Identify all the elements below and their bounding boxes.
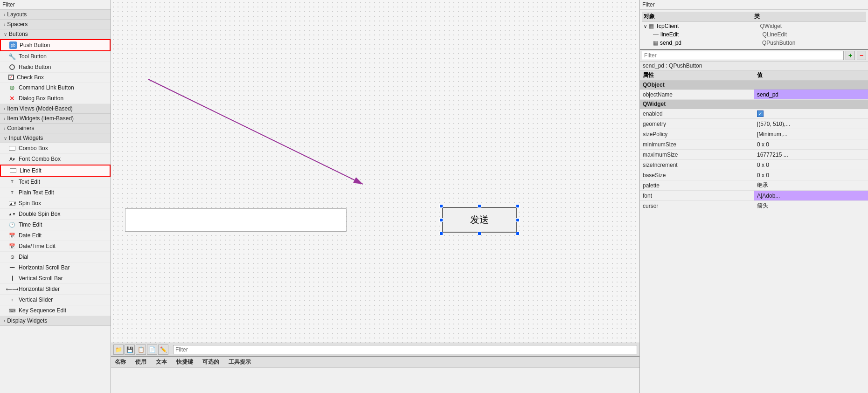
widget-dial[interactable]: ⊙ Dial xyxy=(0,252,111,262)
prop-filter-input[interactable] xyxy=(642,51,844,60)
widget-v-scrollbar[interactable]: ┃ Vertical Scroll Bar xyxy=(0,273,111,284)
h-slider-icon: ⟵⟶ xyxy=(8,285,16,293)
widget-date-edit[interactable]: 📅 Date Edit xyxy=(0,230,111,241)
push-button-label: Push Button xyxy=(20,42,50,48)
prop-val-maxsize[interactable]: 16777215 ... xyxy=(754,150,868,159)
toolbar-btn-4[interactable]: 📄 xyxy=(147,345,157,355)
object-tree: 对象 类 ∨ ▦ TcpClient QWidget — lineEdit QL… xyxy=(640,10,868,50)
prop-row-minsize[interactable]: minimumSize 0 x 0 xyxy=(640,139,868,150)
prop-row-palette[interactable]: palette 继承 xyxy=(640,180,868,191)
object-tree-col1: 对象 xyxy=(644,13,754,21)
toolbar-btn-5[interactable]: ✏️ xyxy=(158,345,168,355)
time-edit-icon: 🕐 xyxy=(8,221,16,228)
category-item-widgets[interactable]: › Item Widgets (Item-Based) xyxy=(0,114,111,124)
category-display-widgets[interactable]: › Display Widgets xyxy=(0,316,111,326)
h-slider-label: Horizontal Slider xyxy=(19,286,60,292)
widget-check-box[interactable]: Check Box xyxy=(0,73,111,83)
prop-row-maxsize[interactable]: maximumSize 16777215 ... xyxy=(640,150,868,160)
dial-label: Dial xyxy=(19,254,28,260)
sendpd-icon: ▦ xyxy=(653,40,658,46)
buttons-arrow: ∨ xyxy=(4,32,7,37)
prop-row-cursor[interactable]: cursor 箭头 xyxy=(640,201,868,211)
bottom-filter-input[interactable] xyxy=(173,345,637,354)
tree-item-tcpclient[interactable]: ∨ ▦ TcpClient QWidget xyxy=(642,22,866,30)
widget-datetime-edit[interactable]: 📅 Date/Time Edit xyxy=(0,241,111,252)
combo-box-icon xyxy=(8,145,16,152)
text-edit-icon: T xyxy=(8,178,16,186)
toolbar-btn-1[interactable]: 📁 xyxy=(113,345,124,355)
prop-name-basesize: baseSize xyxy=(640,170,754,180)
prop-del-button[interactable]: − xyxy=(857,51,866,60)
canvas-send-button[interactable]: 发送 xyxy=(442,207,517,233)
datetime-edit-label: Date/Time Edit xyxy=(19,243,56,249)
widget-font-combo-box[interactable]: A▾ Font Combo Box xyxy=(0,154,111,165)
enabled-checkbox[interactable]: ✓ xyxy=(757,110,764,117)
tree-item-lineedit[interactable]: — lineEdit QLineEdit xyxy=(642,30,866,39)
category-spacers[interactable]: › Spacers xyxy=(0,20,111,29)
prop-val-minsize[interactable]: 0 x 0 xyxy=(754,139,868,149)
prop-add-button[interactable]: + xyxy=(846,51,855,60)
prop-row-sizeincrement[interactable]: sizeIncrement 0 x 0 xyxy=(640,160,868,170)
plain-text-edit-icon: T xyxy=(8,189,16,196)
widget-v-slider[interactable]: ↕ Vertical Slider xyxy=(0,295,111,305)
widget-h-scrollbar[interactable]: ━━ Horizontal Scroll Bar xyxy=(0,262,111,273)
widget-dialog-box[interactable]: ✕ Dialog Box Button xyxy=(0,93,111,104)
design-canvas[interactable]: 发送 xyxy=(111,0,639,343)
widget-line-edit[interactable]: Line Edit xyxy=(0,165,111,177)
widget-spin-box[interactable]: ▲▼ Spin Box xyxy=(0,198,111,209)
prop-name-enabled: enabled xyxy=(640,109,754,118)
prop-val-geometry[interactable]: [(570, 510),... xyxy=(754,119,868,129)
category-layouts[interactable]: › Layouts xyxy=(0,10,111,20)
action-editor-body xyxy=(111,368,639,393)
combo-box-label: Combo Box xyxy=(19,145,48,152)
buttons-label: Buttons xyxy=(9,31,28,37)
widget-command-link[interactable]: ⊕ Command Link Button xyxy=(0,83,111,93)
widget-h-slider[interactable]: ⟵⟶ Horizontal Slider xyxy=(0,284,111,295)
item-widgets-arrow: › xyxy=(4,116,5,121)
layouts-label: Layouts xyxy=(7,11,27,18)
prop-val-sizeincrement[interactable]: 0 x 0 xyxy=(754,160,868,170)
double-spin-box-label: Double Spin Box xyxy=(19,211,60,217)
prop-val-sizepolicy[interactable]: [Minimum,... xyxy=(754,129,868,139)
category-containers[interactable]: › Containers xyxy=(0,124,111,133)
containers-arrow: › xyxy=(4,126,5,131)
prop-table: 属性 值 QObject objectName send_pd QWidget … xyxy=(640,70,868,393)
dialog-box-label: Dialog Box Button xyxy=(19,95,63,102)
prop-row-geometry[interactable]: geometry [(570, 510),... xyxy=(640,119,868,129)
check-box-label: Check Box xyxy=(17,74,44,81)
widget-text-edit[interactable]: T Text Edit xyxy=(0,177,111,187)
prop-val-cursor[interactable]: 箭头 xyxy=(754,201,868,211)
prop-row-enabled[interactable]: enabled ✓ xyxy=(640,109,868,119)
widget-radio-button[interactable]: Radio Button xyxy=(0,62,111,73)
prop-row-sizepolicy[interactable]: sizePolicy [Minimum,... xyxy=(640,129,868,139)
widget-double-spin-box[interactable]: ▲▼ Double Spin Box xyxy=(0,209,111,220)
category-item-views[interactable]: › Item Views (Model-Based) xyxy=(0,104,111,114)
toolbar-btn-3[interactable]: 📋 xyxy=(136,345,146,355)
dialog-box-icon: ✕ xyxy=(8,95,16,102)
category-input-widgets[interactable]: ∨ Input Widgets xyxy=(0,133,111,143)
widget-tool-button[interactable]: 🔧 Tool Button xyxy=(0,51,111,62)
prop-row-objectname[interactable]: objectName send_pd xyxy=(640,90,868,100)
tcpclient-class: QWidget xyxy=(760,23,865,29)
widget-combo-box[interactable]: Combo Box xyxy=(0,143,111,154)
toolbar-btn-2[interactable]: 💾 xyxy=(125,345,135,355)
font-combo-box-icon: A▾ xyxy=(8,155,16,163)
v-slider-label: Vertical Slider xyxy=(19,296,53,303)
left-filter-bar: Filter xyxy=(0,0,111,10)
widget-time-edit[interactable]: 🕐 Time Edit xyxy=(0,220,111,230)
prop-val-font[interactable]: A[Adob... xyxy=(754,191,868,200)
category-buttons[interactable]: ∨ Buttons xyxy=(0,29,111,39)
prop-row-basesize[interactable]: baseSize 0 x 0 xyxy=(640,170,868,180)
widget-plain-text-edit[interactable]: T Plain Text Edit xyxy=(0,187,111,198)
widget-push-button[interactable]: pb Push Button xyxy=(0,39,111,51)
prop-val-palette[interactable]: 继承 xyxy=(754,180,868,190)
prop-val-enabled[interactable]: ✓ xyxy=(754,109,868,118)
command-link-label: Command Link Button xyxy=(19,84,74,91)
prop-row-font[interactable]: font A[Adob... xyxy=(640,191,868,201)
line-edit-label: Line Edit xyxy=(20,167,42,174)
tree-item-sendpd[interactable]: ▦ send_pd QPushButton xyxy=(642,39,866,47)
canvas-line-edit-widget[interactable] xyxy=(125,208,347,232)
widget-key-seq[interactable]: ⌨ Key Sequence Edit xyxy=(0,305,111,316)
prop-val-basesize[interactable]: 0 x 0 xyxy=(754,170,868,180)
prop-val-objectname[interactable]: send_pd xyxy=(754,90,868,99)
